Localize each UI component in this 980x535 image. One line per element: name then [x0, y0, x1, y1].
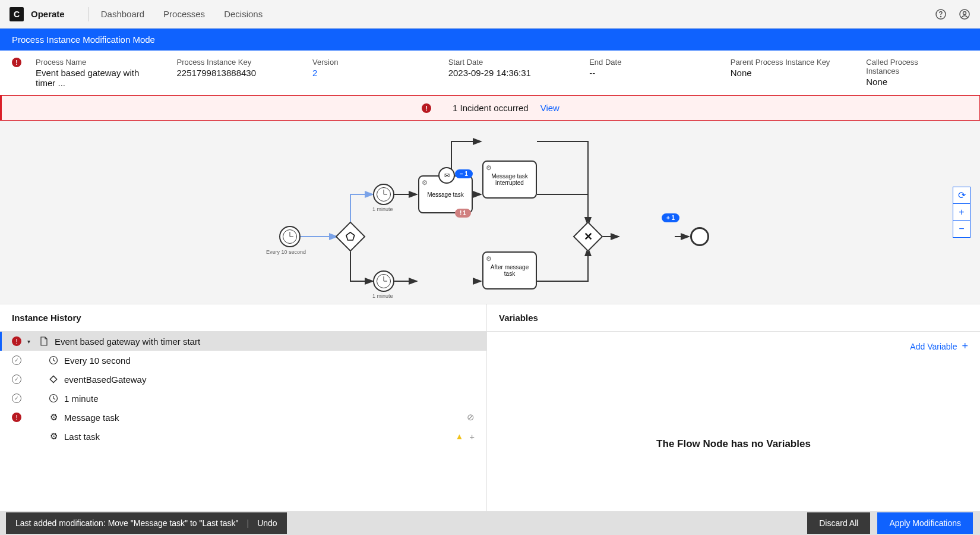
variables-title: Variables [499, 313, 538, 323]
end-event[interactable] [690, 227, 709, 246]
minus-badge: – 1 [455, 169, 473, 178]
timer1-label: 1 minute [372, 206, 393, 212]
zoom-reset-button[interactable]: ⟳ [953, 187, 970, 204]
document-icon [39, 336, 49, 346]
bottom-panels: Instance History ! ▾ Event based gateway… [0, 304, 980, 535]
zoom-controls: ⟳ + − [953, 187, 970, 238]
tree-row[interactable]: ! ⚙ Message task ⊘ [0, 408, 486, 427]
intermediate-timer-2[interactable] [373, 270, 394, 292]
cancel-icon: ⊘ [467, 412, 475, 423]
tree-label: Message task [64, 413, 119, 423]
toast-message: Last added modification: Move "Message t… [15, 518, 239, 528]
zoom-out-button[interactable]: − [953, 221, 970, 237]
tree-label: Last task [64, 432, 100, 442]
ok-status-icon [12, 394, 21, 403]
gear-icon: ⚙ [49, 432, 58, 441]
start-event-label: Every 10 second [266, 249, 306, 255]
tree-row[interactable]: eventBasedGateway [0, 370, 486, 389]
add-icon[interactable]: + [469, 432, 475, 442]
app-name: Operate [31, 9, 65, 19]
help-icon[interactable] [935, 8, 947, 20]
app-header: C Operate Dashboard Processes Decisions [0, 0, 980, 29]
start-date-value: 2023-09-29 14:36:31 [448, 68, 566, 78]
end-date-label: End Date [589, 58, 707, 67]
end-date-value: -- [589, 68, 707, 78]
parent-key-value: None [731, 68, 843, 78]
intermediate-timer-1[interactable] [373, 184, 394, 205]
tree-row[interactable]: 1 minute [0, 389, 486, 408]
timer-icon [49, 394, 58, 403]
ok-status-icon [12, 374, 21, 384]
bpmn-diagram[interactable]: Every 10 second ⬠ 1 minute 1 minute ⚙Mes… [0, 121, 980, 304]
nav-processes[interactable]: Processes [163, 9, 205, 19]
incident-banner: ! 1 Incident occurred View [0, 95, 980, 121]
zoom-in-button[interactable]: + [953, 204, 970, 221]
timer-icon [49, 355, 58, 365]
merge-gateway[interactable]: ✕ [573, 222, 603, 252]
divider [88, 7, 89, 21]
event-gateway[interactable]: ⬠ [336, 222, 366, 252]
nav-decisions[interactable]: Decisions [224, 9, 263, 19]
footer-bar: Last added modification: Move "Message t… [0, 511, 980, 535]
variables-panel: Variables Add Variable+ The Flow Node ha… [487, 304, 980, 535]
app-logo: C [10, 7, 24, 21]
version-value[interactable]: 2 [312, 68, 425, 78]
instance-key-label: Process Instance Key [177, 58, 289, 67]
gear-icon: ⚙ [49, 413, 58, 422]
instance-key-value: 2251799813888430 [177, 68, 289, 78]
tree-row-root[interactable]: ! ▾ Event based gateway with timer start [0, 332, 486, 351]
error-status-icon: ! [12, 413, 21, 422]
tree-row[interactable]: ⚙ Last task ▲+ [0, 427, 486, 446]
discard-all-button[interactable]: Discard All [807, 512, 870, 534]
tree-label: Event based gateway with timer start [55, 336, 200, 347]
instance-history-panel: Instance History ! ▾ Event based gateway… [0, 304, 487, 535]
ok-status-icon [12, 355, 21, 365]
modification-mode-banner: Process Instance Modification Mode [0, 29, 980, 51]
task-after-message[interactable]: ⚙After message task [482, 251, 537, 289]
add-variable-button[interactable]: Add Variable+ [910, 340, 968, 353]
warning-icon: ▲ [455, 432, 463, 441]
message-boundary-icon: ✉ [438, 167, 455, 184]
user-icon[interactable] [959, 8, 970, 20]
history-title: Instance History [0, 304, 486, 332]
alert-icon: ! [422, 103, 431, 113]
instance-details: ! Process Name Event based gateway with … [0, 51, 980, 95]
version-label: Version [312, 58, 425, 67]
error-status-icon: ! [12, 336, 21, 346]
process-name-value: Event based gateway with timer ... [36, 68, 153, 88]
timer2-label: 1 minute [372, 293, 393, 299]
called-instances-value: None [866, 77, 944, 87]
svg-point-1 [940, 16, 941, 17]
chevron-down-icon[interactable]: ▾ [27, 338, 33, 345]
nav-dashboard[interactable]: Dashboard [101, 9, 144, 19]
svg-rect-12 [50, 376, 56, 382]
incident-status-icon: ! [12, 58, 21, 67]
incident-badge: !1 [455, 209, 471, 218]
task-message-interrupted[interactable]: ⚙Message task interrupted [482, 160, 537, 199]
svg-point-3 [963, 11, 966, 14]
start-timer-event[interactable] [279, 226, 301, 247]
incident-text: 1 Incident occurred [453, 103, 529, 113]
history-tree: ! ▾ Event based gateway with timer start… [0, 332, 486, 535]
process-name-label: Process Name [36, 58, 153, 67]
apply-modifications-button[interactable]: Apply Modifications [877, 512, 973, 534]
parent-key-label: Parent Process Instance Key [731, 58, 843, 67]
tree-label: Every 10 second [64, 355, 131, 366]
start-date-label: Start Date [448, 58, 566, 67]
plus-badge: + 1 [662, 213, 679, 222]
variables-empty-state: The Flow Node has no Variables [487, 353, 980, 535]
tree-row[interactable]: Every 10 second [0, 351, 486, 370]
tree-label: eventBasedGateway [64, 374, 146, 385]
called-instances-label: Called Process Instances [866, 58, 944, 75]
undo-button[interactable]: Undo [257, 518, 277, 528]
gateway-icon [49, 374, 58, 384]
modification-toast: Last added modification: Move "Message t… [6, 512, 287, 534]
incident-view-link[interactable]: View [540, 103, 559, 113]
tree-label: 1 minute [64, 394, 99, 404]
